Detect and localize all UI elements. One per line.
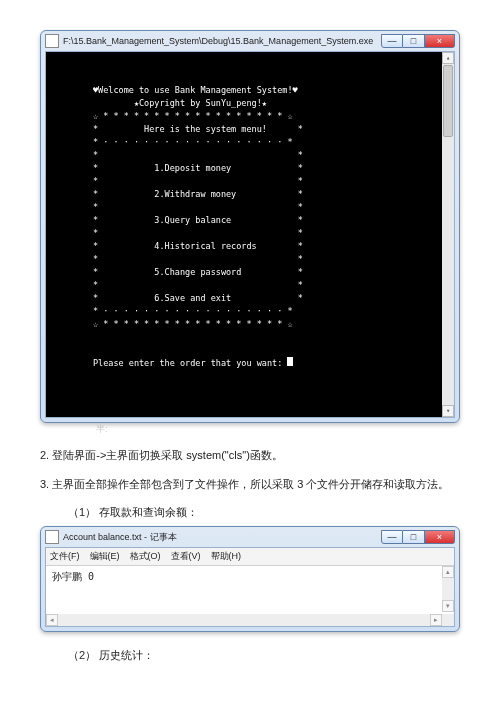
document-page: F:\15.Bank_Management_System\Debug\15.Ba… <box>0 0 500 707</box>
figure-caption: 半: <box>40 423 460 436</box>
console-line: ☆ * * * * * * * * * * * * * * * * * * ☆ <box>52 110 448 123</box>
scroll-corner <box>442 614 454 626</box>
scroll-up-icon[interactable]: ▴ <box>442 566 454 578</box>
console-line: * * <box>52 149 448 162</box>
console-line: * * <box>52 175 448 188</box>
console-prompt: Please enter the order that you want: <box>52 358 287 368</box>
notepad-titlebar[interactable]: Account balance.txt - 记事本 — □ × <box>41 527 459 547</box>
window-buttons: — □ × <box>381 530 455 544</box>
console-line: * 2.Withdraw money * <box>52 188 448 201</box>
maximize-button[interactable]: □ <box>403 34 425 48</box>
minimize-button[interactable]: — <box>381 34 403 48</box>
console-line: * 3.Query balance * <box>52 214 448 227</box>
minimize-button[interactable]: — <box>381 530 403 544</box>
notepad-window-title: Account balance.txt - 记事本 <box>63 531 381 544</box>
notepad-app-icon <box>45 530 59 544</box>
notepad-window: Account balance.txt - 记事本 — □ × 文件(F) 编辑… <box>40 526 460 632</box>
console-line: * 6.Save and exit * <box>52 292 448 305</box>
console-line: * 1.Deposit money * <box>52 162 448 175</box>
window-buttons: — □ × <box>381 34 455 48</box>
console-line: * * <box>52 253 448 266</box>
list-item-3: 3. 主界面全部操作全部包含到了文件操作，所以采取 3 个文件分开储存和读取方法… <box>40 475 460 494</box>
scroll-right-icon[interactable]: ▸ <box>430 614 442 626</box>
console-output[interactable]: ♥Welcome to use Bank Management System!♥… <box>46 52 454 417</box>
notepad-menubar: 文件(F) 编辑(E) 格式(O) 查看(V) 帮助(H) <box>46 548 454 566</box>
menu-edit[interactable]: 编辑(E) <box>90 550 120 563</box>
console-line: * * <box>52 227 448 240</box>
console-titlebar[interactable]: F:\15.Bank_Management_System\Debug\15.Ba… <box>41 31 459 51</box>
menu-format[interactable]: 格式(O) <box>130 550 161 563</box>
console-line: * · · · · · · · · · · · · · · · · · · * <box>52 136 448 149</box>
text-cursor <box>287 357 293 366</box>
console-line: * * <box>52 279 448 292</box>
console-window: F:\15.Bank_Management_System\Debug\15.Ba… <box>40 30 460 423</box>
console-app-icon <box>45 34 59 48</box>
sub-item-2: （2） 历史统计： <box>40 646 460 665</box>
menu-view[interactable]: 查看(V) <box>171 550 201 563</box>
scroll-down-icon[interactable]: ▾ <box>442 600 454 612</box>
scroll-down-icon[interactable]: ▾ <box>442 405 454 417</box>
console-line: * 5.Change password * <box>52 266 448 279</box>
close-button[interactable]: × <box>425 530 455 544</box>
menu-help[interactable]: 帮助(H) <box>211 550 242 563</box>
console-window-title: F:\15.Bank_Management_System\Debug\15.Ba… <box>63 36 381 46</box>
notepad-text-area[interactable]: 孙宇鹏 0 <box>46 566 454 598</box>
list-item-2: 2. 登陆界面->主界面切换采取 system("cls")函数。 <box>40 446 460 465</box>
sub-item-1: （1） 存取款和查询余额： <box>40 503 460 522</box>
console-line: * Here is the system menu! * <box>52 123 448 136</box>
scroll-thumb[interactable] <box>443 65 453 137</box>
horizontal-scrollbar[interactable]: ◂ ▸ <box>46 614 442 626</box>
console-line: * * <box>52 201 448 214</box>
console-line: ☆ * * * * * * * * * * * * * * * * * * ☆ <box>52 318 448 331</box>
console-line: ★Copyright by SunYu_peng!★ <box>52 97 448 110</box>
close-button[interactable]: × <box>425 34 455 48</box>
scroll-up-icon[interactable]: ▴ <box>442 52 454 64</box>
console-line: ♥Welcome to use Bank Management System!♥ <box>52 84 448 97</box>
console-line: * · · · · · · · · · · · · · · · · · · * <box>52 305 448 318</box>
menu-file[interactable]: 文件(F) <box>50 550 80 563</box>
console-line: * 4.Historical records * <box>52 240 448 253</box>
vertical-scrollbar[interactable]: ▴ ▾ <box>442 52 454 417</box>
maximize-button[interactable]: □ <box>403 530 425 544</box>
scroll-left-icon[interactable]: ◂ <box>46 614 58 626</box>
vertical-scrollbar[interactable]: ▴ ▾ <box>442 566 454 612</box>
